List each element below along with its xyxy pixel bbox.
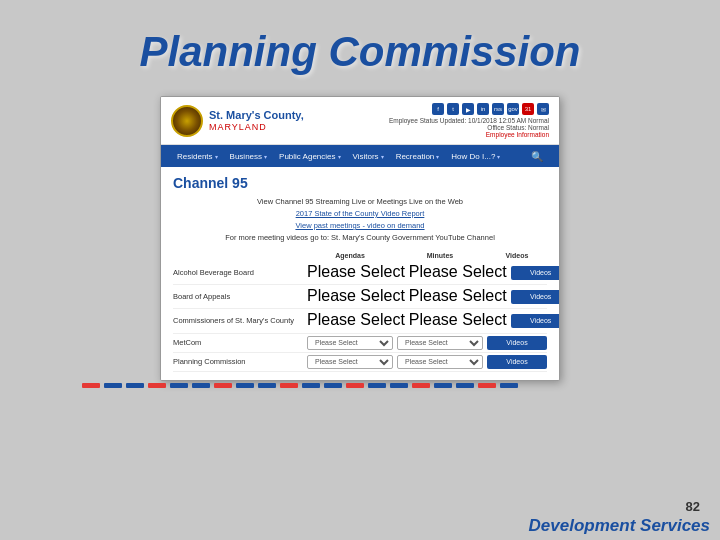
minutes-select-4[interactable]: Please Select xyxy=(397,355,483,369)
table-row: Commissioners of St. Mary's County Pleas… xyxy=(173,309,547,333)
gov-icon[interactable]: gov xyxy=(507,103,519,115)
dash-blue xyxy=(390,383,408,388)
twitter-icon[interactable]: t xyxy=(447,103,459,115)
dash-blue xyxy=(192,383,210,388)
dev-services-label: Development Services xyxy=(529,516,710,536)
dash-blue xyxy=(434,383,452,388)
content-line2: 2017 State of the County Video Report xyxy=(173,209,547,218)
nav-how-do-i[interactable]: How Do I...? ▾ xyxy=(445,145,506,167)
nav-residents[interactable]: Residents ▾ xyxy=(171,145,224,167)
row-name-3: MetCom xyxy=(173,338,303,347)
videos-button-0[interactable]: Videos xyxy=(511,266,560,280)
dash-blue xyxy=(456,383,474,388)
nav-arrow: ▾ xyxy=(436,153,439,160)
agenda-select-group-2: Please Select xyxy=(307,311,405,330)
dash-red xyxy=(346,383,364,388)
row-name-1: Board of Appeals xyxy=(173,292,303,301)
dash-blue xyxy=(302,383,320,388)
office-status: Office Status: Normal xyxy=(389,124,549,131)
header-right: f t ▶ in rss gov 31 ✉ Employee Status Up… xyxy=(389,103,549,138)
minutes-select-group-4: Please Select xyxy=(397,355,483,369)
nav-visitors[interactable]: Visitors ▾ xyxy=(347,145,390,167)
content-line3: View past meetings - video on demand xyxy=(173,221,547,230)
site-state: MARYLAND xyxy=(209,122,304,132)
title-area: Planning Commission xyxy=(0,0,720,96)
page-title: Planning Commission xyxy=(60,28,660,76)
col-header-agendas: Agendas xyxy=(307,252,393,259)
agenda-select-group-4: Please Select xyxy=(307,355,393,369)
table-row: Alcohol Beverage Board Please Select Ple… xyxy=(173,261,547,285)
agenda-select-group-0: Please Select xyxy=(307,263,405,282)
minutes-select-group-0: Please Select xyxy=(409,263,507,282)
dash-red xyxy=(82,383,100,388)
site-name: St. Mary's County, xyxy=(209,109,304,122)
table-row: Planning Commission Please Select Please… xyxy=(173,353,547,372)
facebook-icon[interactable]: f xyxy=(432,103,444,115)
content-line4: For more meeting videos go to: St. Mary'… xyxy=(173,233,547,242)
nav-recreation[interactable]: Recreation ▾ xyxy=(390,145,446,167)
row-name-2: Commissioners of St. Mary's County xyxy=(173,316,303,325)
nav-public-agencies[interactable]: Public Agencies ▾ xyxy=(273,145,346,167)
nav-bar: Residents ▾ Business ▾ Public Agencies ▾… xyxy=(161,145,559,167)
nav-arrow: ▾ xyxy=(264,153,267,160)
site-name-block: St. Mary's County, MARYLAND xyxy=(209,109,304,132)
dash-red xyxy=(148,383,166,388)
youtube-icon[interactable]: ▶ xyxy=(462,103,474,115)
row-name-4: Planning Commission xyxy=(173,357,303,366)
content-line1: View Channel 95 Streaming Live or Meetin… xyxy=(173,197,547,206)
videos-button-1[interactable]: Videos xyxy=(511,290,560,304)
col-header-videos: Videos xyxy=(487,252,547,259)
dash-blue xyxy=(500,383,518,388)
videos-button-4[interactable]: Videos xyxy=(487,355,547,369)
nav-arrow: ▾ xyxy=(338,153,341,160)
browser-window: St. Mary's County, MARYLAND f t ▶ in rss… xyxy=(160,96,560,381)
content-area: Channel 95 View Channel 95 Streaming Liv… xyxy=(161,167,559,380)
logo-area: St. Mary's County, MARYLAND xyxy=(171,105,304,137)
minutes-select-3[interactable]: Please Select xyxy=(397,336,483,350)
table-row: MetCom Please Select Please Select Video… xyxy=(173,334,547,353)
employee-link[interactable]: Employee Information xyxy=(389,131,549,138)
dash-red xyxy=(412,383,430,388)
mail-icon[interactable]: ✉ xyxy=(537,103,549,115)
agenda-select-3[interactable]: Please Select xyxy=(307,336,393,350)
dash-blue xyxy=(170,383,188,388)
table-section: Agendas Minutes Videos Alcohol Beverage … xyxy=(173,250,547,372)
agenda-select-4[interactable]: Please Select xyxy=(307,355,393,369)
col-header-name xyxy=(173,252,303,259)
nav-arrow: ▾ xyxy=(497,153,500,160)
dash-blue xyxy=(126,383,144,388)
browser-mockup: St. Mary's County, MARYLAND f t ▶ in rss… xyxy=(80,96,640,388)
row-name-0: Alcohol Beverage Board xyxy=(173,268,303,277)
header-icons: f t ▶ in rss gov 31 ✉ xyxy=(389,103,549,115)
county-logo xyxy=(171,105,203,137)
table-header: Agendas Minutes Videos xyxy=(173,250,547,261)
linkedin-icon[interactable]: in xyxy=(477,103,489,115)
page-number: 82 xyxy=(686,499,700,514)
dash-blue xyxy=(368,383,386,388)
site-header: St. Mary's County, MARYLAND f t ▶ in rss… xyxy=(161,97,559,145)
nav-arrow: ▾ xyxy=(381,153,384,160)
videos-button-2[interactable]: Videos xyxy=(511,314,560,328)
calendar-icon[interactable]: 31 xyxy=(522,103,534,115)
dashed-border xyxy=(80,383,640,388)
minutes-select-group-2: Please Select xyxy=(409,311,507,330)
col-header-minutes: Minutes xyxy=(397,252,483,259)
minutes-select-group-3: Please Select xyxy=(397,336,483,350)
status-text: Employee Status Updated: 10/1/2018 12:05… xyxy=(389,117,549,124)
channel-title: Channel 95 xyxy=(173,175,547,191)
dash-blue xyxy=(104,383,122,388)
videos-button-3[interactable]: Videos xyxy=(487,336,547,350)
dash-blue xyxy=(258,383,276,388)
dash-red xyxy=(214,383,232,388)
nav-business[interactable]: Business ▾ xyxy=(224,145,273,167)
dash-red xyxy=(478,383,496,388)
nav-arrow: ▾ xyxy=(215,153,218,160)
minutes-select-group-1: Please Select xyxy=(409,287,507,306)
search-icon[interactable]: 🔍 xyxy=(525,145,549,167)
dash-blue xyxy=(324,383,342,388)
agenda-select-group-1: Please Select xyxy=(307,287,405,306)
rss-icon[interactable]: rss xyxy=(492,103,504,115)
dash-blue xyxy=(236,383,254,388)
table-row: Board of Appeals Please Select Please Se… xyxy=(173,285,547,309)
dash-red xyxy=(280,383,298,388)
